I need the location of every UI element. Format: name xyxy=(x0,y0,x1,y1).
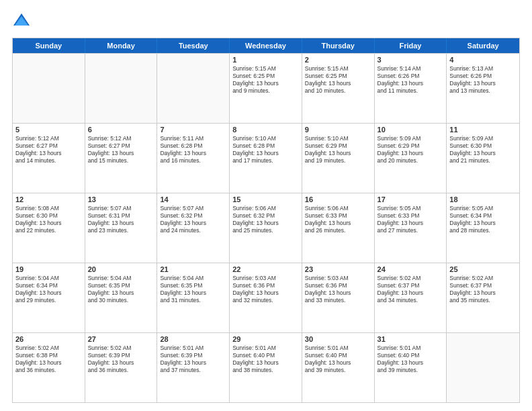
cell-line: Sunset: 6:34 PM xyxy=(15,282,82,289)
cell-line: Sunrise: 5:10 AM xyxy=(305,135,371,142)
cell-line: and 35 minutes. xyxy=(449,297,517,304)
cell-line: Sunset: 6:28 PM xyxy=(160,142,226,150)
cell-line: Sunrise: 5:14 AM xyxy=(378,65,444,73)
cell-line: Daylight: 13 hours xyxy=(232,359,299,367)
cell-line: Sunset: 6:25 PM xyxy=(232,73,299,80)
cell-line: Sunset: 6:31 PM xyxy=(88,212,154,220)
cell-line: Sunset: 6:29 PM xyxy=(378,142,444,150)
cell-line: Daylight: 13 hours xyxy=(160,289,226,297)
day-number: 4 xyxy=(449,56,517,64)
cell-line: and 29 minutes. xyxy=(15,297,82,304)
day-number: 28 xyxy=(160,335,226,343)
cell-line: Sunrise: 5:09 AM xyxy=(378,135,444,142)
cell-line: and 39 minutes. xyxy=(378,367,444,374)
day-number: 25 xyxy=(449,265,517,273)
cell-line: Daylight: 13 hours xyxy=(88,289,154,297)
day-cell-10: 10Sunrise: 5:09 AMSunset: 6:29 PMDayligh… xyxy=(375,124,447,193)
empty-cell xyxy=(447,333,519,402)
day-number: 1 xyxy=(232,56,299,64)
cell-line: Sunrise: 5:06 AM xyxy=(232,205,299,212)
cell-line: and 22 minutes. xyxy=(15,227,82,234)
day-number: 19 xyxy=(15,265,82,273)
day-cell-29: 29Sunrise: 5:01 AMSunset: 6:40 PMDayligh… xyxy=(230,333,302,402)
day-cell-9: 9Sunrise: 5:10 AMSunset: 6:29 PMDaylight… xyxy=(302,124,375,193)
cell-line: and 23 minutes. xyxy=(88,227,154,234)
cell-line: Sunrise: 5:01 AM xyxy=(232,345,299,352)
cell-line: Sunset: 6:32 PM xyxy=(232,212,299,220)
cell-line: and 14 minutes. xyxy=(15,157,82,165)
empty-cell xyxy=(13,54,85,123)
page: SundayMondayTuesdayWednesdayThursdayFrid… xyxy=(0,0,532,411)
cell-line: and 37 minutes. xyxy=(160,367,226,374)
cell-line: Sunrise: 5:15 AM xyxy=(305,65,371,73)
day-cell-16: 16Sunrise: 5:06 AMSunset: 6:33 PMDayligh… xyxy=(302,193,375,263)
day-cell-3: 3Sunrise: 5:14 AMSunset: 6:26 PMDaylight… xyxy=(375,54,447,123)
day-cell-30: 30Sunrise: 5:01 AMSunset: 6:40 PMDayligh… xyxy=(302,333,375,402)
cell-line: and 11 minutes. xyxy=(378,87,444,95)
cell-line: Daylight: 13 hours xyxy=(305,359,371,367)
day-number: 14 xyxy=(160,195,226,203)
cell-line: and 36 minutes. xyxy=(88,367,154,374)
cell-line: Daylight: 13 hours xyxy=(88,220,154,227)
cell-line: Daylight: 13 hours xyxy=(378,359,444,367)
cell-line: Daylight: 13 hours xyxy=(378,220,444,227)
day-cell-15: 15Sunrise: 5:06 AMSunset: 6:32 PMDayligh… xyxy=(230,193,302,263)
day-number: 21 xyxy=(160,265,226,273)
cell-line: Sunset: 6:36 PM xyxy=(232,282,299,289)
cell-line: and 36 minutes. xyxy=(15,367,82,374)
cell-line: Sunset: 6:26 PM xyxy=(449,73,517,80)
calendar-week-2: 5Sunrise: 5:12 AMSunset: 6:27 PMDaylight… xyxy=(13,123,519,193)
cell-line: Sunset: 6:33 PM xyxy=(378,212,444,220)
calendar-body: 1Sunrise: 5:15 AMSunset: 6:25 PMDaylight… xyxy=(13,53,519,402)
day-number: 24 xyxy=(378,265,444,273)
logo xyxy=(12,12,34,31)
cell-line: Daylight: 13 hours xyxy=(449,150,517,157)
cell-line: Sunrise: 5:07 AM xyxy=(88,205,154,212)
day-number: 17 xyxy=(378,195,444,203)
cell-line: and 25 minutes. xyxy=(232,227,299,234)
cell-line: Daylight: 13 hours xyxy=(88,359,154,367)
day-header-thursday: Thursday xyxy=(302,38,375,53)
day-number: 3 xyxy=(378,56,444,64)
day-number: 11 xyxy=(449,126,517,134)
day-cell-20: 20Sunrise: 5:04 AMSunset: 6:35 PMDayligh… xyxy=(85,263,158,332)
day-cell-13: 13Sunrise: 5:07 AMSunset: 6:31 PMDayligh… xyxy=(85,193,158,263)
cell-line: Daylight: 13 hours xyxy=(232,80,299,87)
cell-line: Daylight: 13 hours xyxy=(305,220,371,227)
cell-line: Daylight: 13 hours xyxy=(160,359,226,367)
day-cell-14: 14Sunrise: 5:07 AMSunset: 6:32 PMDayligh… xyxy=(157,193,230,263)
cell-line: Sunset: 6:38 PM xyxy=(15,352,82,359)
cell-line: Sunrise: 5:07 AM xyxy=(160,205,226,212)
day-header-monday: Monday xyxy=(85,38,158,53)
cell-line: and 28 minutes. xyxy=(449,227,517,234)
day-number: 20 xyxy=(88,265,154,273)
day-number: 27 xyxy=(88,335,154,343)
cell-line: Sunset: 6:36 PM xyxy=(305,282,371,289)
day-cell-6: 6Sunrise: 5:12 AMSunset: 6:27 PMDaylight… xyxy=(85,124,158,193)
day-cell-27: 27Sunrise: 5:02 AMSunset: 6:39 PMDayligh… xyxy=(85,333,158,402)
cell-line: Sunrise: 5:05 AM xyxy=(378,205,444,212)
cell-line: Daylight: 13 hours xyxy=(232,220,299,227)
cell-line: Sunrise: 5:02 AM xyxy=(15,345,82,352)
cell-line: Sunrise: 5:02 AM xyxy=(88,345,154,352)
day-cell-12: 12Sunrise: 5:08 AMSunset: 6:30 PMDayligh… xyxy=(13,193,85,263)
day-number: 12 xyxy=(15,195,82,203)
cell-line: Sunset: 6:37 PM xyxy=(378,282,444,289)
cell-line: Sunrise: 5:11 AM xyxy=(160,135,226,142)
day-header-friday: Friday xyxy=(375,38,447,53)
cell-line: Daylight: 13 hours xyxy=(305,80,371,87)
cell-line: Sunrise: 5:01 AM xyxy=(160,345,226,352)
day-number: 5 xyxy=(15,126,82,134)
cell-line: Sunset: 6:40 PM xyxy=(305,352,371,359)
cell-line: and 16 minutes. xyxy=(160,157,226,165)
day-number: 7 xyxy=(160,126,226,134)
cell-line: Daylight: 13 hours xyxy=(15,220,82,227)
cell-line: Sunset: 6:27 PM xyxy=(15,142,82,150)
calendar-header-row: SundayMondayTuesdayWednesdayThursdayFrid… xyxy=(13,38,519,53)
day-number: 26 xyxy=(15,335,82,343)
cell-line: Sunset: 6:35 PM xyxy=(160,282,226,289)
cell-line: and 31 minutes. xyxy=(160,297,226,304)
day-number: 18 xyxy=(449,195,517,203)
day-cell-1: 1Sunrise: 5:15 AMSunset: 6:25 PMDaylight… xyxy=(230,54,302,123)
cell-line: Sunset: 6:27 PM xyxy=(88,142,154,150)
